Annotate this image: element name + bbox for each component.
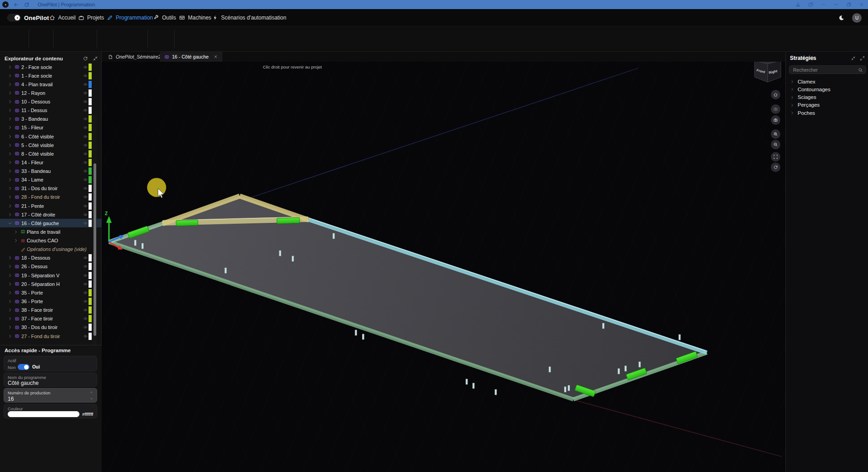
strategies-search[interactable]: Rechercher xyxy=(789,65,866,74)
chevron-right-icon[interactable] xyxy=(8,117,12,121)
visibility-eye-icon[interactable] xyxy=(83,204,88,208)
visibility-eye-icon[interactable] xyxy=(83,65,88,69)
chevron-right-icon[interactable] xyxy=(8,91,12,95)
visibility-eye-icon[interactable] xyxy=(83,134,88,139)
app-badge-icon[interactable] xyxy=(2,1,9,8)
chevron-right-icon[interactable] xyxy=(8,325,12,329)
visibility-eye-icon[interactable] xyxy=(83,74,88,78)
tree-row[interactable]: 28 - Fond du tiroir xyxy=(0,193,102,202)
tree-row[interactable]: 34 - Lame xyxy=(0,176,102,184)
visibility-eye-icon[interactable] xyxy=(83,99,88,104)
tree-child-row[interactable]: Couches CAO xyxy=(0,236,102,245)
visibility-eye-icon[interactable] xyxy=(83,152,88,156)
tree-row[interactable]: 10 - Dessous xyxy=(0,98,102,106)
chevron-right-icon[interactable] xyxy=(8,290,12,295)
strategy-item-contournages[interactable]: Contournages xyxy=(786,86,868,93)
chevron-right-icon[interactable] xyxy=(8,334,12,339)
view-camera-button[interactable] xyxy=(771,115,780,125)
tree-row[interactable]: 38 - Face tiroir xyxy=(0,306,102,315)
viewport-3d-scene[interactable]: Z Front Right xyxy=(102,62,785,472)
tree-row[interactable]: 5 - Côté visible xyxy=(0,141,102,149)
visibility-eye-icon[interactable] xyxy=(83,108,88,113)
machining-zone[interactable] xyxy=(176,220,198,226)
chevron-right-icon[interactable] xyxy=(8,99,12,104)
visibility-eye-icon[interactable] xyxy=(83,282,88,286)
active-toggle[interactable] xyxy=(18,364,30,370)
visibility-eye-icon[interactable] xyxy=(83,290,88,295)
tree-row[interactable]: 36 - Porte xyxy=(0,297,102,306)
view-fit-button[interactable] xyxy=(771,152,780,162)
nav-item-outils[interactable]: Outils xyxy=(153,13,176,22)
tree-row[interactable]: 3 - Bandeau xyxy=(0,115,102,123)
expand-strategies-icon[interactable] xyxy=(860,56,865,61)
visibility-eye-icon[interactable] xyxy=(83,334,88,339)
tree-row[interactable]: 33 - Bandeau xyxy=(0,167,102,176)
tree-row[interactable]: 4 - Plan travail xyxy=(0,80,102,88)
visibility-eye-icon[interactable] xyxy=(83,195,88,199)
visibility-eye-icon[interactable] xyxy=(83,143,88,148)
chevron-right-icon[interactable] xyxy=(14,238,18,243)
strategy-item-clamex[interactable]: Clamex xyxy=(786,78,868,85)
tree-row[interactable]: 8 - Côté visible xyxy=(0,149,102,158)
tree-row[interactable]: 18 - Dessous xyxy=(0,254,102,262)
program-name-field[interactable]: Nom du programme Côté gauche xyxy=(4,373,97,387)
refresh-tree-icon[interactable] xyxy=(83,56,88,61)
tree-row[interactable]: 17 - Côté droite xyxy=(0,210,102,219)
chevron-right-icon[interactable] xyxy=(8,195,12,199)
tree-row[interactable]: 11 - Dessus xyxy=(0,106,102,115)
tree-row[interactable]: 31 - Dos du tiroir xyxy=(0,184,102,193)
visibility-eye-icon[interactable] xyxy=(83,212,88,217)
visibility-eye-icon[interactable] xyxy=(83,316,88,321)
visibility-eye-icon[interactable] xyxy=(83,117,88,121)
nav-item-sc-narios-d-automatisation[interactable]: Scénarios d'automatisation xyxy=(212,13,286,22)
chevron-right-icon[interactable] xyxy=(8,212,12,217)
tree-row[interactable]: 6 - Côté visible xyxy=(0,132,102,141)
view-refresh-button[interactable] xyxy=(771,162,780,172)
chevron-right-icon[interactable] xyxy=(8,74,12,78)
tree-row[interactable]: 16 - Côté gauche xyxy=(0,219,102,227)
avatar[interactable]: U xyxy=(852,13,862,23)
chevron-right-icon[interactable] xyxy=(8,65,12,69)
workpiece[interactable] xyxy=(109,196,707,399)
nav-item-accueil[interactable]: Accueil xyxy=(49,13,76,22)
chevron-right-icon[interactable] xyxy=(8,264,12,269)
close-icon[interactable] xyxy=(859,2,864,7)
view-camera-top-button[interactable] xyxy=(771,104,780,114)
collapse-strategies-icon[interactable] xyxy=(851,56,856,61)
tree-row[interactable]: 12 - Rayon xyxy=(0,88,102,97)
strategy-item-poches[interactable]: Poches xyxy=(786,109,868,117)
visibility-eye-icon[interactable] xyxy=(83,160,88,165)
chevron-right-icon[interactable] xyxy=(8,134,12,139)
tree-row[interactable]: 14 - Fileur xyxy=(0,158,102,167)
stepper-up-icon[interactable] xyxy=(89,391,94,394)
tree-child-row[interactable]: Opérations d'usinage (vide) xyxy=(0,245,102,254)
chevron-right-icon[interactable] xyxy=(14,230,18,234)
visibility-eye-icon[interactable] xyxy=(83,273,88,278)
tree-row[interactable]: 2 - Face socle xyxy=(0,63,102,71)
viewport-3d[interactable]: Clic droit pour revenir au projet xyxy=(102,62,785,472)
chevron-right-icon[interactable] xyxy=(8,299,12,304)
tree-row[interactable]: 37 - Face tiroir xyxy=(0,315,102,323)
chevron-right-icon[interactable] xyxy=(8,160,12,165)
visibility-eye-icon[interactable] xyxy=(83,308,88,312)
download-icon[interactable] xyxy=(795,2,801,7)
workpiece-surface[interactable] xyxy=(109,196,707,399)
chevron-right-icon[interactable] xyxy=(8,308,12,312)
tree-row[interactable]: 27 - Fond du tiroir xyxy=(0,332,102,340)
visibility-eye-icon[interactable] xyxy=(83,169,88,173)
chevron-right-icon[interactable] xyxy=(8,152,12,156)
chevron-right-icon[interactable] xyxy=(8,273,12,278)
stepper-down-icon[interactable] xyxy=(89,397,94,400)
tree-row[interactable]: 26 - Dessus xyxy=(0,262,102,271)
nav-item-programmation[interactable]: Programmation xyxy=(107,13,153,22)
production-number-field[interactable]: Numéro de production 16 xyxy=(4,388,97,403)
chevron-right-icon[interactable] xyxy=(8,316,12,321)
visibility-eye-icon[interactable] xyxy=(83,177,88,182)
color-swatch[interactable] xyxy=(8,411,79,417)
tab-piece[interactable]: 16 - Côté gauche xyxy=(160,52,222,62)
more-icon[interactable] xyxy=(821,2,826,7)
collapse-panel-icon[interactable] xyxy=(93,56,98,61)
machining-zone[interactable] xyxy=(277,217,300,224)
visibility-eye-icon[interactable] xyxy=(83,91,88,95)
nav-item-machines[interactable]: Machines xyxy=(179,13,211,22)
